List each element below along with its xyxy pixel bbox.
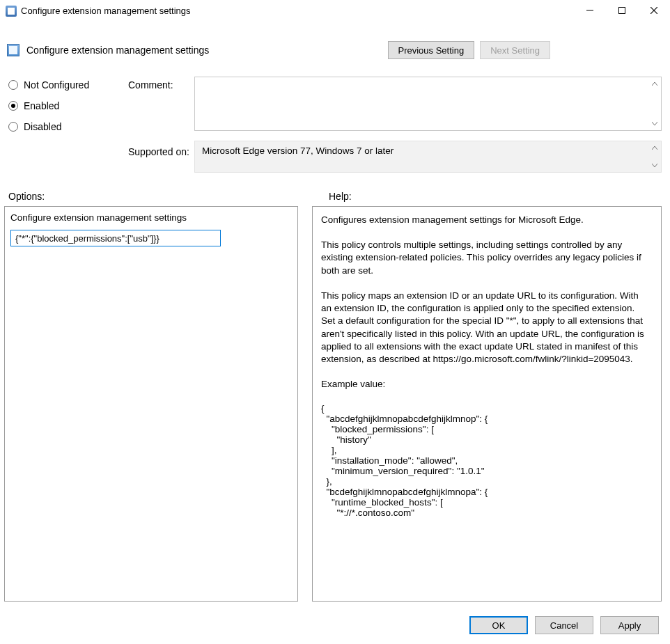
help-text: Configures extension management settings…	[321, 214, 644, 226]
svg-rect-0	[619, 8, 625, 14]
supported-on-field: Microsoft Edge version 77, Windows 7 or …	[194, 141, 662, 173]
dialog-button-bar: OK Cancel Apply	[469, 616, 659, 634]
help-panel: Configures extension management settings…	[312, 206, 662, 602]
help-text: This policy maps an extension ID or an u…	[321, 290, 644, 366]
radio-icon	[8, 101, 18, 111]
previous-setting-button[interactable]: Previous Setting	[388, 41, 475, 59]
help-label: Help:	[329, 191, 352, 202]
radio-label: Disabled	[24, 121, 61, 132]
help-text: Example value:	[321, 378, 644, 391]
close-button[interactable]	[638, 0, 670, 21]
apply-button[interactable]: Apply	[600, 616, 659, 634]
options-setting-title: Configure extension management settings	[10, 212, 292, 223]
next-setting-button[interactable]: Next Setting	[480, 41, 550, 59]
titlebar: Configure extension management settings	[0, 0, 670, 24]
radio-icon	[8, 122, 18, 132]
radio-enabled[interactable]: Enabled	[8, 100, 128, 111]
minimize-button[interactable]	[574, 0, 606, 21]
help-example-code: { "abcdefghijklmnopabcdefghijklmnop": { …	[321, 403, 644, 518]
config-area: Not Configured Enabled Disabled Comment:…	[8, 77, 662, 173]
supported-on-label: Supported on:	[128, 146, 194, 166]
chevron-down-icon[interactable]	[651, 162, 658, 169]
radio-label: Not Configured	[24, 79, 89, 91]
radio-label: Enabled	[24, 100, 59, 111]
policy-name: Configure extension management settings	[26, 45, 209, 56]
chevron-down-icon[interactable]	[651, 120, 658, 127]
policy-icon	[7, 44, 20, 56]
window-title: Configure extension management settings	[21, 6, 191, 16]
options-label: Options:	[8, 191, 329, 202]
radio-icon	[8, 80, 18, 90]
help-text: This policy controls multiple settings, …	[321, 239, 644, 277]
chevron-up-icon[interactable]	[651, 144, 658, 151]
radio-not-configured[interactable]: Not Configured	[8, 79, 128, 91]
chevron-up-icon[interactable]	[651, 80, 658, 87]
cancel-button[interactable]: Cancel	[535, 616, 593, 634]
maximize-button[interactable]	[606, 0, 638, 21]
header-row: Configure extension management settings …	[7, 36, 662, 64]
supported-on-text: Microsoft Edge version 77, Windows 7 or …	[202, 146, 394, 156]
titlebar-app-icon	[6, 6, 17, 17]
ok-button[interactable]: OK	[469, 616, 528, 634]
radio-disabled[interactable]: Disabled	[8, 121, 128, 132]
options-panel: Configure extension management settings	[4, 206, 298, 602]
comment-textarea[interactable]	[194, 77, 662, 131]
comment-label: Comment:	[128, 79, 194, 99]
options-setting-input[interactable]	[10, 230, 221, 246]
